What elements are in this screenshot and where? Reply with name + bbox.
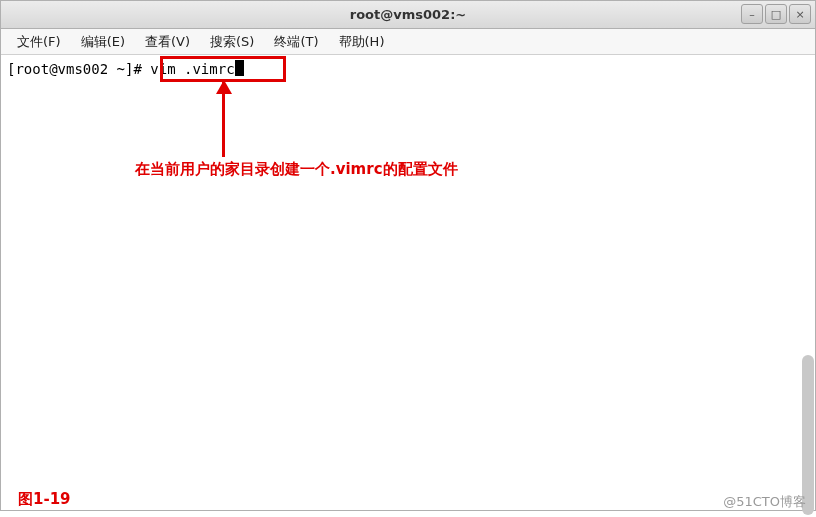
shell-prompt: [root@vms002 ~]#	[7, 61, 150, 77]
watermark: @51CTO博客	[723, 493, 806, 511]
menubar: 文件(F) 编辑(E) 查看(V) 搜索(S) 终端(T) 帮助(H)	[1, 29, 815, 55]
titlebar: root@vms002:~ – □ ×	[1, 1, 815, 29]
prompt-line: [root@vms002 ~]# vim .vimrc	[7, 59, 809, 79]
terminal-area[interactable]: [root@vms002 ~]# vim .vimrc	[1, 55, 815, 510]
menu-search[interactable]: 搜索(S)	[200, 30, 264, 54]
cursor-icon	[235, 60, 244, 76]
window-title: root@vms002:~	[350, 7, 466, 22]
menu-view[interactable]: 查看(V)	[135, 30, 200, 54]
minimize-button[interactable]: –	[741, 4, 763, 24]
terminal-window: root@vms002:~ – □ × 文件(F) 编辑(E) 查看(V) 搜索…	[0, 0, 816, 511]
close-button[interactable]: ×	[789, 4, 811, 24]
figure-label: 图1-19	[18, 490, 71, 509]
menu-edit[interactable]: 编辑(E)	[71, 30, 135, 54]
menu-file[interactable]: 文件(F)	[7, 30, 71, 54]
scrollbar[interactable]	[802, 355, 814, 515]
maximize-button[interactable]: □	[765, 4, 787, 24]
menu-terminal[interactable]: 终端(T)	[264, 30, 328, 54]
window-controls: – □ ×	[741, 4, 811, 24]
shell-command: vim .vimrc	[150, 61, 234, 77]
menu-help[interactable]: 帮助(H)	[329, 30, 395, 54]
